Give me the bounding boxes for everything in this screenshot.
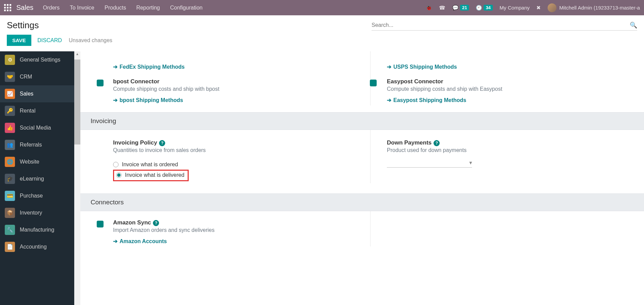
sidebar-item-social-media[interactable]: 👍Social Media xyxy=(0,119,74,136)
sidebar-label: Social Media xyxy=(20,125,51,131)
nav-orders[interactable]: Orders xyxy=(43,5,60,11)
save-button[interactable]: SAVE xyxy=(7,35,31,46)
sidebar-item-rental[interactable]: 🔑Rental xyxy=(0,102,74,119)
sidebar-icon: 🌐 xyxy=(5,157,15,167)
sidebar-icon: 🔑 xyxy=(5,106,15,116)
nav-configuration[interactable]: Configuration xyxy=(170,5,203,11)
help-icon[interactable]: ? xyxy=(434,140,440,146)
bpost-link[interactable]: ➔bpost Shipping Methods xyxy=(113,97,183,103)
sidebar-item-purchase[interactable]: 💳Purchase xyxy=(0,187,74,204)
arrow-icon: ➔ xyxy=(113,238,117,244)
bpost-title: bpost Connector xyxy=(113,78,362,85)
settings-sidebar: ⚙General Settings🤝CRM📈Sales🔑Rental👍Socia… xyxy=(0,51,74,305)
main: ⚙General Settings🤝CRM📈Sales🔑Rental👍Socia… xyxy=(0,51,644,305)
sidebar-item-crm[interactable]: 🤝CRM xyxy=(0,68,74,85)
invoicing-section-header: Invoicing xyxy=(80,112,644,130)
sidebar-item-referrals[interactable]: 👥Referrals xyxy=(0,136,74,153)
fedex-link[interactable]: ➔FedEx Shipping Methods xyxy=(113,64,185,70)
scroll-thumb[interactable] xyxy=(74,60,80,145)
amazon-title: Amazon Sync? xyxy=(113,219,362,226)
amazon-checkbox[interactable] xyxy=(97,221,104,227)
sidebar-label: Accounting xyxy=(20,244,47,250)
sidebar-label: Website xyxy=(20,159,40,165)
app-brand[interactable]: Sales xyxy=(16,4,33,12)
arrow-icon: ➔ xyxy=(113,64,117,70)
messages-icon[interactable]: 💬21 xyxy=(452,5,469,11)
user-name: Mitchell Admin (19233713-master-a xyxy=(559,5,640,11)
settings-content: ➔FedEx Shipping Methods ➔USPS Shipping M… xyxy=(80,51,644,305)
sidebar-item-manufacturing[interactable]: 🔧Manufacturing xyxy=(0,221,74,238)
sidebar-icon: 👍 xyxy=(5,123,15,133)
nav-reporting[interactable]: Reporting xyxy=(136,5,160,11)
activities-icon[interactable]: 🕘34 xyxy=(476,5,492,11)
avatar xyxy=(548,3,556,12)
sidebar-icon: 📈 xyxy=(5,89,15,99)
support-icon[interactable]: ☎ xyxy=(439,5,445,11)
sidebar-item-website[interactable]: 🌐Website xyxy=(0,153,74,170)
sidebar-icon: 🤝 xyxy=(5,72,15,82)
sidebar-icon: 💳 xyxy=(5,191,15,201)
search-icon[interactable]: 🔍 xyxy=(630,21,637,29)
sidebar-icon: 📄 xyxy=(5,242,15,252)
debug-icon[interactable]: 🐞 xyxy=(426,5,432,11)
arrow-icon: ➔ xyxy=(387,97,391,103)
sidebar-icon: 👥 xyxy=(5,140,15,150)
page-title: Settings xyxy=(7,20,39,31)
sidebar-icon: 📦 xyxy=(5,208,15,218)
sidebar-label: CRM xyxy=(20,74,32,80)
scrollbar-track[interactable]: ▲ xyxy=(74,51,80,305)
company-switcher[interactable]: My Company xyxy=(500,5,530,11)
sidebar-label: eLearning xyxy=(20,176,44,182)
sidebar-label: Referrals xyxy=(20,142,42,148)
sidebar-icon: 🎓 xyxy=(5,174,15,184)
messages-badge: 21 xyxy=(460,5,469,11)
connectors-section-header: Connectors xyxy=(80,193,644,211)
down-payments-desc: Product used for down payments xyxy=(387,147,636,153)
sidebar-item-general-settings[interactable]: ⚙General Settings xyxy=(0,51,74,68)
highlighted-option: Invoice what is delivered xyxy=(113,170,189,181)
unsaved-indicator: Unsaved changes xyxy=(69,37,112,44)
amazon-accounts-link[interactable]: ➔Amazon Accounts xyxy=(113,238,167,244)
easypost-checkbox[interactable] xyxy=(370,80,377,86)
bpost-desc: Compute shipping costs and ship with bpo… xyxy=(113,86,362,92)
invoicing-policy-desc: Quantities to invoice from sales orders xyxy=(113,147,362,153)
invoicing-policy-title: Invoicing Policy? xyxy=(113,139,362,146)
tools-icon[interactable]: ✖ xyxy=(536,5,541,11)
easypost-title: Easypost Connector xyxy=(387,78,636,85)
radio-invoice-ordered[interactable]: Invoice what is ordered xyxy=(113,162,362,168)
sidebar-item-elearning[interactable]: 🎓eLearning xyxy=(0,170,74,187)
sidebar-label: Purchase xyxy=(20,193,43,199)
sidebar-label: General Settings xyxy=(20,57,60,63)
radio-icon xyxy=(113,162,119,167)
nav-to-invoice[interactable]: To Invoice xyxy=(70,5,94,11)
easypost-link[interactable]: ➔Easypost Shipping Methods xyxy=(387,97,466,103)
radio-icon xyxy=(116,172,122,178)
sidebar-label: Manufacturing xyxy=(20,227,54,233)
radio-invoice-delivered[interactable]: Invoice what is delivered xyxy=(116,172,184,178)
arrow-icon: ➔ xyxy=(113,97,117,103)
top-navbar: Sales Orders To Invoice Products Reporti… xyxy=(0,0,644,15)
sidebar-item-inventory[interactable]: 📦Inventory xyxy=(0,204,74,221)
nav-products[interactable]: Products xyxy=(105,5,126,11)
sidebar-label: Inventory xyxy=(20,210,42,216)
scroll-up-arrow[interactable]: ▲ xyxy=(74,51,80,56)
arrow-icon: ➔ xyxy=(387,64,391,70)
amazon-desc: Import Amazon orders and sync deliveries xyxy=(113,227,362,233)
usps-link[interactable]: ➔USPS Shipping Methods xyxy=(387,64,457,70)
help-icon[interactable]: ? xyxy=(153,220,159,226)
sidebar-label: Sales xyxy=(20,91,33,97)
down-payments-title: Down Payments? xyxy=(387,139,636,146)
apps-icon[interactable] xyxy=(4,4,12,12)
sidebar-icon: 🔧 xyxy=(5,225,15,235)
sidebar-item-accounting[interactable]: 📄Accounting xyxy=(0,238,74,255)
discard-button[interactable]: DISCARD xyxy=(37,37,62,44)
activities-badge: 34 xyxy=(484,5,492,11)
down-payment-product-select[interactable]: ▾ xyxy=(387,158,472,168)
sidebar-label: Rental xyxy=(20,108,35,114)
easypost-desc: Compute shipping costs and ship with Eas… xyxy=(387,86,636,92)
user-menu[interactable]: Mitchell Admin (19233713-master-a xyxy=(548,3,640,12)
search-input[interactable] xyxy=(372,20,627,30)
sidebar-item-sales[interactable]: 📈Sales xyxy=(0,85,74,102)
bpost-checkbox[interactable] xyxy=(97,80,104,86)
help-icon[interactable]: ? xyxy=(159,140,165,146)
